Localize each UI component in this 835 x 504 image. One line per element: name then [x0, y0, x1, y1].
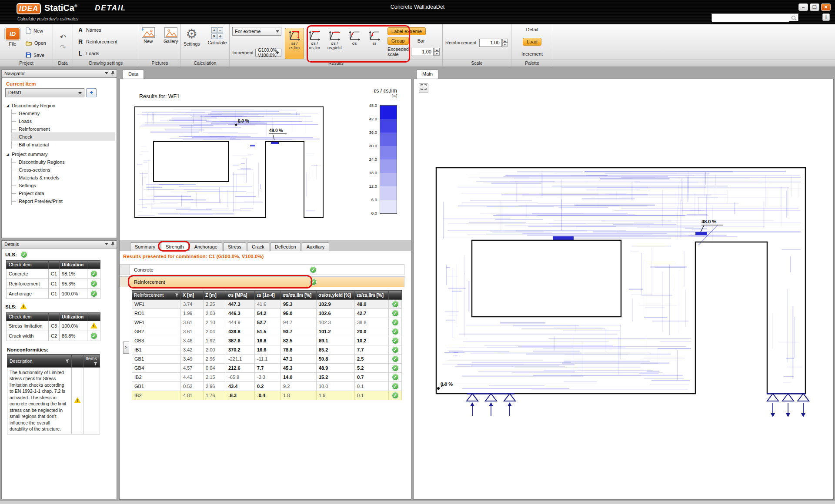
- column-header[interactable]: Check item: [7, 261, 49, 269]
- filter-icon[interactable]: [175, 293, 179, 297]
- column-header-0[interactable]: Reinforcement: [132, 291, 181, 300]
- check-row[interactable]: ReinforcementC195.3%✓: [7, 279, 100, 289]
- table-row-IB2[interactable]: IB24.422.15-65.9-3.314.015.20.7✓: [132, 373, 402, 382]
- label-extreme-toggle[interactable]: Label extreme: [387, 27, 426, 35]
- section-row-reinforcement[interactable]: Reinforcement ✓: [120, 276, 404, 287]
- minimize-button[interactable]: –: [798, 3, 808, 11]
- exceeded-scale-spinner[interactable]: 1.00 ▲▼: [411, 48, 440, 56]
- spin-down-icon[interactable]: ▼: [434, 52, 440, 56]
- extreme-select[interactable]: For extreme: [232, 27, 281, 36]
- nc-items-header[interactable]: Items: [84, 355, 100, 368]
- current-item-select[interactable]: DRM1: [5, 88, 84, 97]
- tab-crack[interactable]: Crack: [247, 242, 269, 251]
- tree-item-settings[interactable]: Settings: [12, 182, 115, 189]
- tab-stress[interactable]: Stress: [223, 242, 246, 251]
- tree-item-project-data[interactable]: Project data: [12, 189, 115, 197]
- result-type-button-sslim[interactable]: σs / σs,lim: [305, 28, 324, 59]
- result-type-button-sslim[interactable]: εs / εs,lim: [285, 28, 304, 59]
- main-canvas[interactable]: 48.0 %0.0 %: [414, 79, 833, 499]
- table-row-WF1[interactable]: WF13.742.25447.341.695.3102.948.0✓: [132, 300, 402, 309]
- scale-reinforcement-value[interactable]: 1.00: [479, 39, 502, 47]
- column-header-3[interactable]: σs [MPa]: [226, 291, 255, 300]
- result-type-button-s[interactable]: εs: [365, 28, 384, 59]
- chevron-down-icon[interactable]: [105, 72, 108, 74]
- nc-description-header[interactable]: Description: [7, 355, 72, 368]
- palette-load-button[interactable]: Load: [523, 38, 541, 46]
- table-row-GB3[interactable]: GB33.461.92387.616.882.589.110.2✓: [132, 336, 402, 345]
- column-header-2[interactable]: Z [m]: [204, 291, 226, 300]
- column-header[interactable]: Check item: [7, 313, 49, 321]
- maximize-button[interactable]: ❏: [810, 3, 819, 11]
- tree-item-report-preview-print[interactable]: Report Preview/Print: [12, 197, 115, 205]
- details-header[interactable]: Details: [2, 241, 117, 249]
- table-row-RO1[interactable]: RO11.992.03446.354.295.0102.642.7✓: [132, 309, 402, 318]
- chevron-down-icon[interactable]: [105, 243, 108, 245]
- tab-strength[interactable]: Strength: [161, 242, 189, 251]
- filter-icon[interactable]: [65, 359, 69, 363]
- tab-summary[interactable]: Summary: [130, 242, 160, 251]
- column-header[interactable]: [49, 261, 60, 269]
- column-header[interactable]: [49, 313, 60, 321]
- tab-data[interactable]: Data: [123, 70, 144, 79]
- tree-item-materials-models[interactable]: Materials & models: [12, 174, 115, 182]
- tree-node-project-summary[interactable]: ◢Project summary: [5, 150, 115, 158]
- column-header-5[interactable]: σs/σs,lim [%]: [281, 291, 317, 300]
- result-type-button-s[interactable]: σs: [345, 28, 364, 59]
- check-row[interactable]: Crack widthC286.8%✓: [7, 331, 100, 341]
- table-row-GB2[interactable]: GB23.612.04439.851.593.7101.220.0✓: [132, 327, 402, 336]
- tab-deflection[interactable]: Deflection: [270, 242, 301, 251]
- close-button[interactable]: ✕: [821, 3, 831, 11]
- tree-item-loads[interactable]: Loads: [12, 117, 115, 125]
- spin-down-icon[interactable]: ▼: [502, 43, 508, 46]
- navigator-header[interactable]: Navigator: [2, 70, 117, 78]
- undo-button[interactable]: ↶: [56, 34, 70, 41]
- drawing-setting-reinforcement[interactable]: RReinforcement: [76, 38, 136, 46]
- column-header[interactable]: [87, 313, 100, 321]
- tree-item-bill-of-material[interactable]: Bill of material: [12, 141, 115, 149]
- gallery-button[interactable]: Gallery: [161, 26, 180, 59]
- spin-up-icon[interactable]: ▲: [502, 39, 508, 43]
- drawing-setting-loads[interactable]: LLoads: [76, 50, 136, 57]
- new-button[interactable]: New: [24, 27, 47, 34]
- table-row-GB4[interactable]: GB44.570.04212.67.745.348.95.2✓: [132, 364, 402, 373]
- table-row-IB1[interactable]: IB13.422.00370.216.678.885.27.7✓: [132, 345, 402, 355]
- redo-button[interactable]: ↷: [56, 44, 70, 51]
- column-header[interactable]: [87, 261, 100, 269]
- table-row-WF1[interactable]: WF13.612.10444.952.794.7102.338.8✓: [132, 318, 402, 327]
- filter-icon[interactable]: [94, 362, 97, 366]
- tree-item-cross-sections[interactable]: Cross-sections: [12, 166, 115, 174]
- increment-select[interactable]: G100.0%, V100.0%: [255, 49, 281, 56]
- column-header-1[interactable]: X [m]: [181, 291, 204, 300]
- column-header-7[interactable]: εs/εs,lim [%]: [355, 291, 389, 300]
- table-row-GB1[interactable]: GB10.522.9643.40.29.210.00.1✓: [132, 382, 402, 391]
- tree-expander-icon[interactable]: ◢: [6, 103, 9, 108]
- add-item-button[interactable]: +: [86, 88, 97, 97]
- info-button[interactable]: i: [822, 13, 830, 21]
- tab-anchorage[interactable]: Anchorage: [190, 242, 222, 251]
- table-row-GB1[interactable]: GB13.492.96-221.1-11.147.150.82.5✓: [132, 355, 402, 364]
- spin-up-icon[interactable]: ▲: [434, 48, 440, 52]
- save-button[interactable]: Save: [24, 52, 47, 58]
- exceeded-scale-value[interactable]: 1.00: [411, 48, 434, 56]
- tree-item-check[interactable]: Check: [12, 133, 115, 141]
- tree-node-discontinuity-region[interactable]: ◢Discontinuity Region: [5, 102, 115, 109]
- pin-icon[interactable]: [111, 71, 115, 76]
- column-header-6[interactable]: σs/σs,yield [%]: [317, 291, 355, 300]
- tree-item-reinforcement[interactable]: Reinforcement: [12, 125, 115, 133]
- column-header[interactable]: Utilization: [60, 313, 87, 321]
- section-row-concrete[interactable]: Concrete ✓: [120, 264, 404, 275]
- tab-main[interactable]: Main: [417, 70, 438, 79]
- table-row-IB2[interactable]: IB24.811.76-8.3-0.41.81.90.1✓: [132, 391, 402, 400]
- calculate-button[interactable]: +−×÷ Calculate: [206, 26, 229, 59]
- result-type-button-ssyield[interactable]: σs / σs,yield: [325, 28, 344, 59]
- column-header[interactable]: Utilization: [60, 261, 87, 269]
- group-toggle[interactable]: Group: [387, 37, 409, 45]
- picture-new-button[interactable]: + New: [140, 26, 157, 59]
- search-input[interactable]: [712, 15, 789, 22]
- file-button[interactable]: ID File: [3, 26, 23, 59]
- open-button[interactable]: Open: [24, 40, 47, 46]
- pin-icon[interactable]: [111, 242, 115, 246]
- palette-increment-button[interactable]: Increment: [518, 50, 546, 57]
- settings-button[interactable]: ⚙ Settings: [181, 26, 202, 59]
- tab-auxiliary[interactable]: Auxiliary: [302, 242, 330, 251]
